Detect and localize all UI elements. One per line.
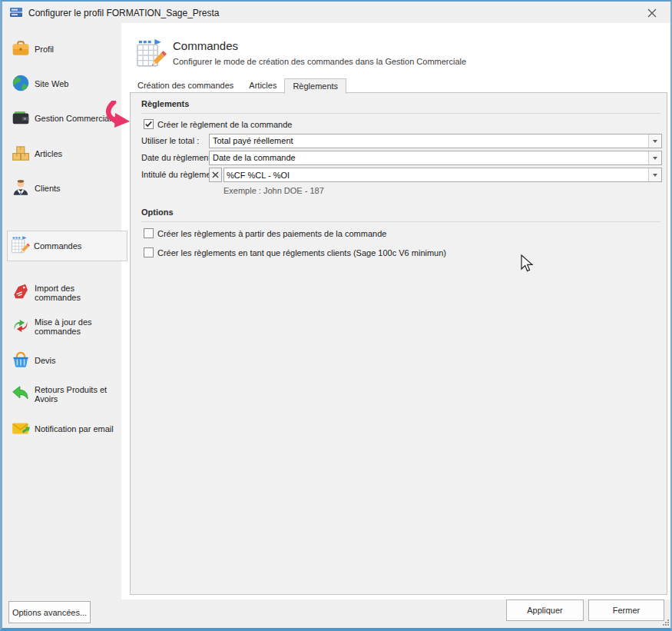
resize-grip[interactable]	[661, 618, 670, 628]
use-total-select[interactable]: Total payé réellement	[209, 134, 662, 148]
footer-bar: Options avancées... Appliquer Fermer	[2, 599, 670, 628]
close-dialog-button[interactable]: Fermer	[588, 599, 664, 621]
tab-bar: Création des commandes Articles Règlemen…	[130, 78, 346, 94]
chevron-down-icon	[653, 140, 657, 143]
sidebar-item-devis[interactable]: Devis	[8, 347, 120, 374]
sidebar-item-label: Import des commandes	[35, 284, 120, 302]
clear-payment-title-button[interactable]	[209, 168, 222, 182]
section-title-options: Options	[141, 208, 174, 217]
sidebar-item-import-commandes[interactable]: Import des commandes	[8, 279, 120, 307]
section-title-reglements: Règlements	[141, 99, 189, 108]
sidebar-item-label: Devis	[35, 356, 56, 365]
use-total-dropdown-button[interactable]	[648, 135, 661, 148]
sidebar-item-commandes[interactable]: Commandes	[7, 231, 127, 261]
use-total-value: Total payé réellement	[210, 135, 648, 148]
chevron-down-icon	[653, 174, 657, 177]
tab-articles[interactable]: Articles	[241, 78, 284, 93]
create-as-client-payments-checkbox-label: Créer les règlements en tant que régleme…	[157, 248, 446, 257]
section-separator	[141, 113, 660, 114]
annotation-arrow-icon	[104, 101, 137, 133]
basket-icon	[11, 350, 31, 371]
profile-config-dialog: Configurer le profil FORMATION_Sage_Pres…	[0, 0, 672, 631]
boxes-icon	[11, 143, 31, 164]
return-arrow-icon	[11, 384, 31, 405]
person-icon	[11, 178, 31, 199]
order-grid-pencil-icon	[10, 235, 30, 257]
window-title: Configurer le profil FORMATION_Sage_Pres…	[28, 8, 220, 18]
sidebar-item-label: Notification par email	[35, 424, 114, 433]
create-as-client-payments-checkbox-row[interactable]: Créer les règlements en tant que régleme…	[144, 247, 446, 257]
create-payment-checkbox[interactable]	[144, 119, 154, 129]
create-payment-checkbox-label: Créer le règlement de la commande	[157, 120, 292, 129]
sidebar-item-label: Articles	[35, 149, 62, 158]
clear-x-icon	[212, 171, 219, 178]
titlebar[interactable]: Configurer le profil FORMATION_Sage_Pres…	[2, 2, 670, 25]
payment-title-example: Exemple : John DOE - 187	[223, 186, 324, 195]
create-from-payments-checkbox-label: Créer les règlements à partir des paieme…	[157, 229, 386, 238]
create-as-client-payments-checkbox[interactable]	[144, 247, 154, 257]
app-logo-icon	[9, 6, 23, 20]
sidebar-item-label: Site Web	[35, 79, 68, 88]
section-separator	[141, 221, 660, 222]
use-total-label: Utiliser le total :	[141, 134, 199, 148]
tab-creation-des-commandes[interactable]: Création des commandes	[130, 78, 241, 93]
sidebar-item-articles[interactable]: Articles	[8, 140, 120, 168]
payment-date-select[interactable]: Date de la commande	[209, 151, 662, 165]
advanced-options-button[interactable]: Options avancées...	[8, 601, 91, 623]
sidebar-item-clients[interactable]: Clients	[8, 174, 120, 202]
briefcase-icon	[11, 38, 31, 60]
sidebar-item-label: Profil	[35, 45, 54, 54]
sidebar-item-label: Retours Produits et Avoirs	[35, 385, 120, 404]
sidebar-item-mise-a-jour[interactable]: Mise à jour des commandes	[8, 313, 120, 340]
create-payment-checkbox-row[interactable]: Créer le règlement de la commande	[144, 119, 292, 129]
apply-button[interactable]: Appliquer	[506, 599, 584, 621]
chevron-down-icon	[653, 157, 657, 160]
create-from-payments-checkbox-row[interactable]: Créer les règlements à partir des paieme…	[144, 228, 386, 238]
commandes-header-icon	[134, 38, 167, 71]
payment-date-label: Date du règlement :	[141, 151, 216, 165]
sale-tag-icon	[11, 282, 31, 304]
close-icon[interactable]	[646, 7, 658, 19]
wallet-icon	[11, 108, 31, 129]
page-subtitle: Configurer le mode de création des comma…	[173, 57, 466, 66]
sidebar-item-site-web[interactable]: Site Web	[8, 70, 120, 98]
reglements-tab-panel: Règlements Créer le règlement de la comm…	[130, 92, 667, 595]
sync-arrows-icon	[11, 316, 31, 337]
create-from-payments-checkbox[interactable]	[144, 228, 154, 238]
page-title: Commandes	[173, 39, 238, 52]
globe-icon	[11, 73, 31, 95]
email-icon	[11, 418, 31, 440]
payment-date-dropdown-button[interactable]	[648, 151, 661, 164]
payment-date-value: Date de la commande	[210, 151, 648, 164]
sidebar-item-notification-email[interactable]: Notification par email	[8, 415, 120, 443]
tab-reglements[interactable]: Règlements	[284, 78, 346, 94]
payment-title-dropdown-button[interactable]	[648, 168, 661, 181]
sidebar-item-label: Mise à jour des commandes	[35, 317, 120, 336]
payment-title-combo[interactable]	[223, 168, 662, 182]
sidebar-item-retours[interactable]: Retours Produits et Avoirs	[8, 380, 120, 408]
sidebar-item-label: Commandes	[34, 241, 81, 251]
sidebar-item-profil[interactable]: Profil	[8, 35, 120, 63]
payment-title-input[interactable]	[224, 168, 648, 181]
sidebar-item-label: Clients	[35, 184, 61, 193]
